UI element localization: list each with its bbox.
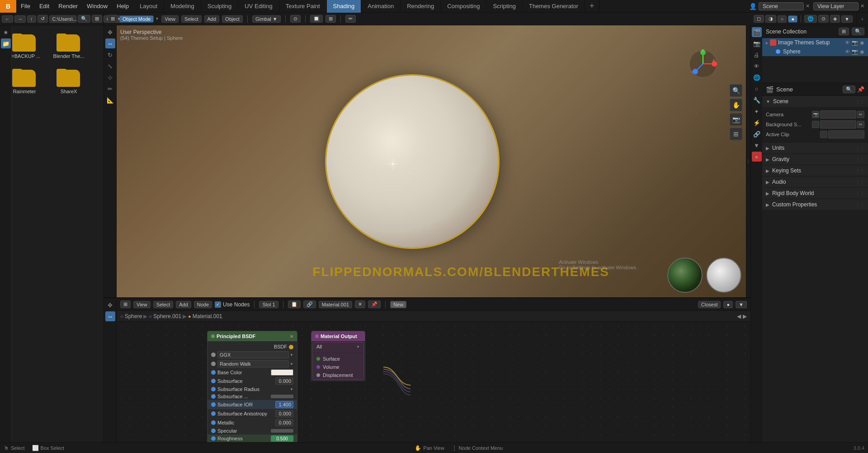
tab-texture-paint[interactable]: Texture Paint xyxy=(279,0,327,13)
units-section-header[interactable]: ▶ Units ⋮⋮ xyxy=(762,143,868,153)
node-view-btn[interactable]: View xyxy=(133,301,151,308)
row-render-1[interactable]: ◉ xyxy=(860,40,864,46)
ss-ior-val[interactable]: 1.400 xyxy=(275,401,293,408)
add-btn[interactable]: Add xyxy=(204,15,220,23)
material-close-btn[interactable]: ✕ xyxy=(355,300,365,308)
outliner-filter-btn[interactable]: ⊞ xyxy=(839,28,849,35)
rotate-tool[interactable]: ↻ xyxy=(105,50,115,60)
scene-name-input[interactable] xyxy=(759,2,804,10)
tab-layout[interactable]: Layout xyxy=(133,0,164,13)
bc-nav-right[interactable]: ▶ xyxy=(743,313,747,319)
overlay-btn[interactable]: ⊙ xyxy=(818,15,829,23)
node-select-btn[interactable]: Select xyxy=(153,301,174,308)
transform-tool[interactable]: ⊹ xyxy=(105,72,115,82)
props-search-btn[interactable]: 🔍 xyxy=(843,86,855,93)
material-copy-btn[interactable]: 📋 xyxy=(288,300,301,308)
bgscene-value[interactable] xyxy=(820,120,856,129)
nav-refresh-btn[interactable]: ↺ xyxy=(38,15,48,23)
use-nodes-checkbox[interactable] xyxy=(215,301,221,308)
props-render-icon[interactable]: 📷 xyxy=(752,38,762,48)
gray-preview[interactable] xyxy=(706,257,741,293)
breadcrumb-sphere[interactable]: Sphere xyxy=(125,313,142,319)
mat-output-all[interactable]: All ▼ xyxy=(313,343,363,351)
path-input[interactable]: C:\Users\... xyxy=(49,15,76,23)
shading-wire-btn[interactable]: ◻ xyxy=(754,15,764,23)
ss-anisotropy-val[interactable]: 0.000 xyxy=(275,410,293,417)
object-btn[interactable]: Object xyxy=(222,15,243,23)
folder-blender[interactable]: Blender The... xyxy=(51,32,87,59)
activeclip-value[interactable] xyxy=(828,130,864,138)
node-type-btn[interactable]: ⊞ xyxy=(120,300,131,308)
camera-value[interactable] xyxy=(820,110,856,119)
material-pin-btn[interactable]: 📌 xyxy=(368,300,381,308)
axis-gizmo[interactable]: X Z Y xyxy=(687,48,719,80)
tab-compositing[interactable]: Compositing xyxy=(441,0,486,13)
view-layer-input[interactable] xyxy=(813,2,859,10)
props-constraints-icon[interactable]: 🔗 xyxy=(752,129,762,139)
tab-scripting[interactable]: Scripting xyxy=(486,0,523,13)
node-more-btn[interactable]: ▼ xyxy=(736,301,747,308)
folder-rainmeter[interactable]: Rainmeter xyxy=(6,67,42,94)
camera-nav-btn[interactable]: 📷 xyxy=(730,113,742,126)
row-render-2[interactable]: ◉ xyxy=(860,49,864,55)
tab-modeling[interactable]: Modeling xyxy=(164,0,201,13)
mat-output-volume[interactable]: Volume xyxy=(313,363,363,371)
zoom-nav-btn[interactable]: 🔍 xyxy=(730,84,742,97)
metallic-val[interactable]: 0.000 xyxy=(275,419,293,426)
select-btn[interactable]: Select xyxy=(181,15,202,23)
ss-ior-row[interactable]: Subsurface IOR 1.400 xyxy=(208,400,297,409)
object-mode-btn[interactable]: Object Mode xyxy=(119,15,154,23)
scene-close-icon[interactable]: ✕ xyxy=(806,3,810,9)
nav-forward-btn[interactable]: → xyxy=(14,15,26,23)
tab-themes-generator[interactable]: Themes Generator xyxy=(523,0,585,13)
principled-bsdf-node[interactable]: Principled BSDF ✕ BSDF GGX ▼ xyxy=(207,331,297,442)
props-particles-icon[interactable]: ✦ xyxy=(752,106,762,116)
bc-nav-left[interactable]: ◀ xyxy=(737,313,741,319)
camera-edit[interactable]: ✏ xyxy=(857,111,864,118)
slot-btn[interactable]: Slot 1 xyxy=(259,301,278,308)
material-output-node[interactable]: Material Output All ▼ Surface xyxy=(311,331,365,381)
measure-tool[interactable]: 📐 xyxy=(105,95,115,105)
node-node-btn[interactable]: Node xyxy=(194,301,212,308)
audio-section-header[interactable]: ▶ Audio ⋮⋮ xyxy=(762,176,868,187)
scale-tool[interactable]: ⤡ xyxy=(105,61,115,71)
specular-bar[interactable] xyxy=(271,429,293,433)
nav-back-btn[interactable]: ← xyxy=(2,15,13,23)
new-material-btn[interactable]: New xyxy=(390,301,406,308)
mat-output-displacement[interactable]: Displacement xyxy=(313,371,363,379)
node-canvas[interactable]: Principled BSDF ✕ BSDF GGX ▼ xyxy=(117,322,750,442)
roughness-row[interactable]: Roughness 0.500 xyxy=(208,434,297,442)
props-pin-icon[interactable]: 📌 xyxy=(857,86,864,93)
shading-render-btn[interactable]: ● xyxy=(788,15,797,23)
viewport-right-handle[interactable]: │ xyxy=(746,25,750,297)
outliner-search-btn[interactable]: 🔍 xyxy=(852,28,864,35)
menu-file[interactable]: File xyxy=(16,0,35,13)
earth-preview[interactable] xyxy=(667,257,703,293)
closest-btn[interactable]: Closest xyxy=(698,301,721,308)
props-view-icon[interactable]: 👁 xyxy=(752,61,762,71)
node-move-tool[interactable]: ↔ xyxy=(105,311,115,321)
file-folder-icon[interactable]: 📁 xyxy=(1,38,11,48)
proportional-btn[interactable]: ⊙ xyxy=(290,15,301,23)
more-btn[interactable]: ▼ xyxy=(841,15,853,23)
node-render-btn[interactable]: ● xyxy=(723,301,733,308)
menu-help[interactable]: Help xyxy=(112,0,133,13)
material-link-btn[interactable]: 🔗 xyxy=(303,300,316,308)
breadcrumb-material[interactable]: Material.001 xyxy=(193,313,222,319)
shading-material-btn[interactable]: ○ xyxy=(778,15,787,23)
material-name-btn[interactable]: Material.001 xyxy=(319,301,353,308)
bsdf-close[interactable]: ✕ xyxy=(290,334,293,339)
keying-section-header[interactable]: ▶ Keying Sets ⋮⋮ xyxy=(762,165,868,176)
search-btn[interactable]: 🔍 xyxy=(78,15,90,23)
mat-output-surface[interactable]: Surface xyxy=(313,355,363,363)
outliner-row-image[interactable]: ▸ Image Themes Setup 👁 📷 ◉ xyxy=(762,38,868,47)
roughness-bar[interactable]: 0.500 xyxy=(271,435,293,442)
props-material-icon[interactable]: ● xyxy=(752,152,762,162)
dist-select[interactable]: GGX xyxy=(217,351,289,358)
menu-window[interactable]: Window xyxy=(82,0,112,13)
node-add-btn[interactable]: Add xyxy=(176,301,191,308)
props-output-icon[interactable]: 🖨 xyxy=(752,50,762,60)
snap2-btn[interactable]: ⊞ xyxy=(326,15,336,23)
scene-section-header[interactable]: ▼ Scene ⋮⋮ xyxy=(762,96,868,107)
view-layer-close-icon[interactable]: ✕ xyxy=(860,3,864,9)
